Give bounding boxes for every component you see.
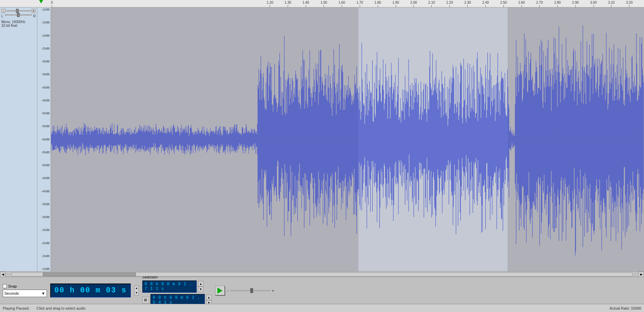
ruler-mark: 1.70 bbox=[356, 1, 363, 7]
db-label-n50-top: -50dB bbox=[37, 112, 51, 115]
ruler-mark: 2.70 bbox=[536, 1, 543, 7]
ruler-mark: 2.60 bbox=[518, 1, 525, 7]
time-stepper-down[interactable]: ▼ bbox=[135, 291, 138, 294]
db-label-n25-top: -25dB bbox=[37, 47, 51, 50]
db-label-n55-bot: -55dB bbox=[37, 151, 51, 154]
ruler-mark: 1.60 bbox=[339, 1, 345, 7]
actual-rate: Actual Rate: 16000 bbox=[609, 306, 641, 310]
track-label: - + L R Mono, 16000Hz 32-bit float bbox=[0, 7, 37, 271]
selection-gear-button[interactable]: ⚙ bbox=[142, 297, 149, 304]
play-button[interactable] bbox=[215, 286, 225, 296]
ruler-mark: 2.30 bbox=[464, 1, 471, 7]
speed-slider[interactable] bbox=[230, 290, 271, 291]
ruler-mark: 2.50 bbox=[500, 1, 507, 7]
db-label-n40-top: -40dB bbox=[37, 86, 51, 89]
db-label-n40-bot: -40dB bbox=[37, 190, 51, 193]
gain-slider[interactable] bbox=[6, 10, 31, 12]
bottom-controls: Snap Seconds ▼ 00 h 00 m 03 s ▲ ▼ Select… bbox=[0, 277, 644, 304]
main-area: - + L R Mono, 16000Hz 32-bit float -10dB… bbox=[0, 7, 644, 271]
speed-minus-label: - bbox=[227, 289, 229, 293]
db-label-n10-top: -10dB bbox=[37, 8, 51, 11]
db-label-n20-bot: -20dB bbox=[37, 242, 51, 245]
snap-label: Snap bbox=[8, 284, 17, 288]
gain-plus-button[interactable]: + bbox=[32, 9, 36, 13]
db-label-n15-top: -15dB bbox=[37, 21, 51, 24]
seconds-dropdown[interactable]: Seconds ▼ bbox=[3, 290, 47, 297]
db-scale: -10dB -15dB -20dB -25dB -30dB -35dB -40d… bbox=[37, 7, 51, 271]
db-label-n60-mid: -60dB bbox=[37, 138, 51, 141]
speed-slider-container[interactable]: - + bbox=[227, 289, 274, 293]
snap-section: Snap Seconds ▼ bbox=[3, 284, 47, 297]
status-hint: Click and drag to select audio bbox=[37, 306, 86, 310]
play-controls[interactable]: - + bbox=[215, 286, 274, 296]
playhead-triangle bbox=[39, 0, 43, 3]
gain-minus-button[interactable]: - bbox=[1, 9, 5, 13]
status-bar: Playing Paused. Click and drag to select… bbox=[0, 304, 644, 312]
selection-end-up[interactable]: ▲ bbox=[206, 295, 212, 300]
left-channel-label: L bbox=[1, 14, 3, 18]
ruler-mark: 2.80 bbox=[554, 1, 560, 7]
track-info: Mono, 16000Hz 32-bit float bbox=[1, 20, 36, 27]
snap-checkbox[interactable] bbox=[3, 284, 7, 288]
db-label-n30-bot: -30dB bbox=[37, 216, 51, 219]
db-label-n35-bot: -35dB bbox=[37, 203, 51, 206]
selection-start-row[interactable]: 0 0 h 0 0 m 0 1 . 7 1 1 s ▲ ▼ bbox=[142, 280, 212, 293]
waveform-canvas[interactable] bbox=[51, 7, 644, 271]
playing-status: Playing Paused. bbox=[3, 306, 30, 310]
selection-start-down[interactable]: ▼ bbox=[198, 287, 203, 292]
ruler-mark: 0 bbox=[51, 1, 53, 7]
gain-row[interactable]: - + bbox=[1, 9, 36, 13]
seconds-dropdown-arrow: ▼ bbox=[41, 291, 45, 295]
db-label-n20-top: -20dB bbox=[37, 34, 51, 37]
track-info-line2: 32-bit float bbox=[1, 24, 36, 27]
ruler-mark: 1.30 bbox=[285, 1, 291, 7]
ruler-mark: 2.90 bbox=[572, 1, 578, 7]
db-label-n35-top: -35dB bbox=[37, 73, 51, 76]
time-stepper[interactable]: ▲ ▼ bbox=[134, 286, 139, 296]
time-stepper-up[interactable]: ▲ bbox=[135, 287, 138, 290]
ruler-mark: 1.50 bbox=[321, 1, 327, 7]
seconds-dropdown-value: Seconds bbox=[4, 291, 19, 295]
status-right: Actual Rate: 16000 bbox=[609, 306, 641, 310]
db-label-n45-bot: -45dB bbox=[37, 177, 51, 180]
scroll-left-button[interactable]: ◀ bbox=[0, 272, 5, 277]
db-label-n10-bot: -10dB bbox=[37, 268, 51, 271]
h-scrollbar-thumb[interactable] bbox=[43, 273, 136, 276]
ruler-mark: 3.10 bbox=[608, 1, 614, 7]
db-label-n55-top: -55dB bbox=[37, 125, 51, 128]
ruler-mark: 3.20 bbox=[626, 1, 632, 7]
ruler-mark: 2.00 bbox=[410, 1, 417, 7]
selection-panel: Selection 0 0 h 0 0 m 0 1 . 7 1 1 s ▲ ▼ … bbox=[142, 275, 212, 306]
pan-slider[interactable] bbox=[5, 14, 32, 16]
lr-label: L R bbox=[1, 14, 36, 18]
ruler-mark: 1.80 bbox=[374, 1, 381, 7]
ruler-mark: 2.40 bbox=[482, 1, 489, 7]
ruler-mark: 1.20 bbox=[267, 1, 273, 7]
scroll-right-button[interactable]: ▶ bbox=[639, 272, 644, 277]
ruler-mark: 2.20 bbox=[446, 1, 453, 7]
db-label-n15-bot: -15dB bbox=[37, 255, 51, 258]
snap-checkbox-row[interactable]: Snap bbox=[3, 284, 47, 288]
playhead[interactable] bbox=[39, 0, 43, 3]
db-label-n50-bot: -50dB bbox=[37, 164, 51, 167]
scrollbar-area[interactable]: ◀ ▶ bbox=[0, 271, 644, 277]
selection-start-up[interactable]: ▲ bbox=[198, 281, 203, 287]
time-display: 00 h 00 m 03 s bbox=[50, 284, 131, 297]
db-label-n45-top: -45dB bbox=[37, 99, 51, 102]
db-label-n30-top: -30dB bbox=[37, 60, 51, 63]
speed-thumb[interactable] bbox=[250, 288, 253, 293]
ruler-mark: 1.90 bbox=[392, 1, 399, 7]
ruler-mark: 1.40 bbox=[303, 1, 309, 7]
db-label-n25-bot: -25dB bbox=[37, 229, 51, 232]
ruler-mark: 2.10 bbox=[428, 1, 435, 7]
track-info-line1: Mono, 16000Hz bbox=[1, 20, 36, 24]
selection-start-input[interactable]: 0 0 h 0 0 m 0 1 . 7 1 1 s bbox=[142, 280, 197, 293]
play-icon bbox=[217, 288, 222, 294]
status-left: Playing Paused. Click and drag to select… bbox=[3, 306, 86, 310]
timeline-ruler[interactable]: 01.201.301.401.501.601.701.801.902.002.1… bbox=[0, 0, 644, 7]
h-scrollbar[interactable] bbox=[12, 272, 632, 276]
ruler-mark: 3.00 bbox=[590, 1, 596, 7]
right-channel-label: R bbox=[33, 14, 36, 18]
speed-plus-label: + bbox=[272, 289, 274, 293]
waveform-container[interactable]: -10dB -15dB -20dB -25dB -30dB -35dB -40d… bbox=[37, 7, 644, 271]
